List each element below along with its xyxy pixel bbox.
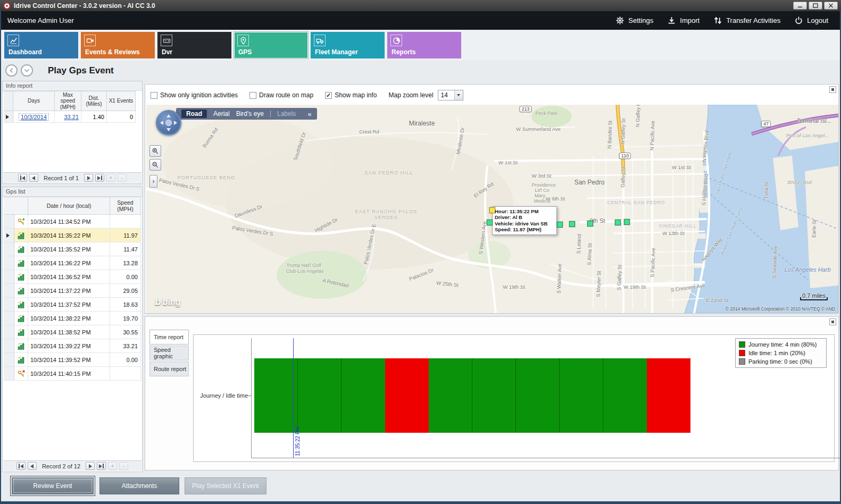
gps-list-row[interactable]: 10/3/2014 11:37:52 PM18.63 [4,298,141,312]
gps-list-row[interactable]: 10/3/2014 11:37:22 PM29.05 [4,284,141,298]
nav-tile-dashboard[interactable]: Dashboard [4,32,78,58]
checkbox-draw-route-on-map[interactable]: Draw route on map [249,91,313,99]
first-record-button[interactable] [16,462,26,470]
last-record-button[interactable] [95,174,104,182]
welcome-text: Welcome Admin User [7,16,74,24]
nav-tile-events-reviews[interactable]: Events & Reviews [81,32,155,58]
nav-tile-fleet-manager[interactable]: Fleet Manager [311,32,385,58]
map-label: S Leland [576,234,582,254]
minimize-button[interactable] [793,2,807,10]
info-report-panel: Info report Days Max speed (MPH) Dist. (… [2,81,143,184]
checkbox-show-only-ignition-activities[interactable]: Show only ignition activities [151,91,238,99]
zoom-out-button[interactable] [149,159,161,171]
map-bar-collapse-button[interactable]: « [307,110,311,118]
column-max-speed[interactable]: Max speed (MPH) [55,91,81,111]
map-bar-separator [270,111,271,117]
gps-list-row[interactable]: 10/3/2014 11:38:52 PM30.55 [4,325,141,339]
next-record-button[interactable] [86,462,95,470]
gps-list-row[interactable]: 10/3/2014 11:34:52 PM [4,215,141,229]
map-layer-labels[interactable]: Labels [277,110,296,117]
gps-marker[interactable] [557,222,563,228]
gps-marker[interactable] [615,220,621,225]
gps-list-row[interactable]: 10/3/2014 11:36:22 PM13.28 [4,256,141,270]
map-label: S Seaside Ave [771,246,778,279]
column-days[interactable]: Days [13,91,55,111]
zoom-in-button[interactable] [149,145,161,157]
nav-tile-dvr[interactable]: Dvr [157,32,231,58]
last-record-button[interactable] [97,462,106,470]
prev-record-button[interactable] [28,462,37,470]
gps-list-row[interactable]: 10/3/2014 11:35:52 PM11.47 [4,242,141,256]
delete-record-button[interactable]: - [119,462,128,470]
map-layer-aerial[interactable]: Aerial [213,110,230,117]
append-record-button[interactable]: + [106,174,115,182]
column-x1-events[interactable]: X1 Events [107,91,136,111]
legend-swatch [739,350,745,356]
map-compass-control[interactable] [156,110,181,136]
map-side-expander-button[interactable]: › [149,175,157,188]
day-link[interactable]: 10/3/2014 [19,114,48,120]
power-icon [794,16,803,25]
maximize-button[interactable] [809,2,822,10]
attachments-button[interactable]: Attachments [99,477,179,494]
info-report-row[interactable]: 10/3/2014 33.21 1.40 0 [4,111,136,123]
header-marker-cell [4,91,13,111]
nav-tile-reports[interactable]: Reports [387,32,461,58]
gps-speed-cell: 18.63 [110,298,141,312]
checkbox-box[interactable]: ✓ [325,92,332,99]
action-label: Import [680,16,700,24]
map-panel-collapse-button[interactable] [829,86,836,93]
expand-down-button[interactable] [21,64,33,77]
legend-label: Journey time: 4 min (80%) [748,341,817,348]
map-layer-bird-s-eye[interactable]: Bird's eye [236,110,264,117]
back-button[interactable] [5,64,18,77]
tab-time-report[interactable]: Time report [149,330,189,345]
gps-marker[interactable] [569,221,575,227]
map-label: Club-Los Angelas [286,268,324,274]
append-record-button[interactable]: + [108,462,117,470]
action-label: Logout [807,16,828,24]
close-button[interactable] [824,2,838,10]
column-date-hour[interactable]: Date / hour (local) [28,197,110,215]
prev-record-button[interactable] [29,174,38,182]
gps-list-row[interactable]: 10/3/2014 11:38:22 PM19.70 [4,312,141,325]
map-viewport[interactable]: MiralestePeck ParkW Summerland AveCrest … [146,105,838,313]
tab-route-report[interactable]: Route report [149,362,189,376]
checkbox-box[interactable] [151,92,157,99]
action-settings[interactable]: Settings [615,16,653,25]
action-import[interactable]: Import [667,16,700,25]
map-label: Earle St [811,220,817,238]
gps-list-row[interactable]: 10/3/2014 11:35:22 PM11.97 [4,229,141,242]
column-speed[interactable]: Speed (MPH) [110,197,141,215]
review-event-button[interactable]: Review Event [12,477,94,494]
gps-list-row[interactable]: 10/3/2014 11:39:22 PM33.21 [4,339,141,353]
chart-panel-collapse-button[interactable] [829,318,836,325]
gps-list-row[interactable]: 10/3/2014 11:40:15 PM [4,367,141,381]
gps-list-row[interactable]: 10/3/2014 11:39:52 PM0.00 [4,353,141,367]
action-transfer-activities[interactable]: Transfer Activities [713,16,780,25]
bar-segment-journey [429,358,472,433]
column-dist[interactable]: Dist. (Miles) [81,91,107,111]
checkbox-box[interactable] [249,92,256,99]
dropdown-arrow-icon[interactable] [454,90,463,100]
gps-marker[interactable] [624,219,630,225]
delete-record-button[interactable]: - [118,174,127,182]
gps-marker[interactable] [487,220,493,225]
map-label: SAN PEDRO HILL [364,170,413,175]
row-marker [4,229,14,242]
map-copyright: © 2014 Microsoft Corporation © 2010 NAVT… [726,306,835,312]
tab-speed-graphic[interactable]: Speed graphic [149,346,189,360]
next-record-button[interactable] [84,174,93,182]
bing-logo: b bing [155,296,180,308]
map-layer-road[interactable]: Road [181,110,207,118]
action-logout[interactable]: Logout [794,16,828,25]
time-cursor[interactable] [293,338,294,458]
gps-list-row[interactable]: 10/3/2014 11:36:52 PM0.00 [4,270,141,284]
map-label: N Pacific Ave [649,121,656,150]
checkbox-show-map-info[interactable]: ✓ Show map info [325,91,377,99]
gps-marker-current[interactable] [489,207,495,213]
gps-marker[interactable] [587,221,593,226]
nav-tile-gps[interactable]: GPS [234,32,308,58]
first-record-button[interactable] [18,174,27,182]
map-zoom-select[interactable]: 14 [438,90,463,100]
